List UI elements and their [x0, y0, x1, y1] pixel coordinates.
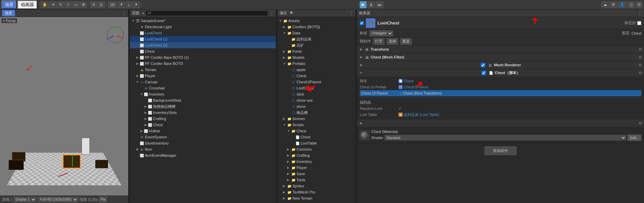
hierarchy-invslots[interactable]: ▶ ⬜ InventorySlots: [130, 109, 276, 116]
proj-stone-axe[interactable]: ▶ ⬡ stone axe: [277, 97, 355, 103]
proj-player-folder[interactable]: ▶ 📁 Player: [277, 165, 355, 171]
meshfilter-expand[interactable]: ▶: [359, 55, 363, 59]
proj-loottable[interactable]: ▶ 📁 战利品表: [277, 36, 355, 42]
hierarchy-lootchest-2[interactable]: ▶ ⬜ LootChest (2): [130, 42, 276, 48]
anim-tab[interactable]: 动画器: [17, 0, 37, 9]
audio-btn[interactable]: ♪: [126, 1, 132, 8]
proj-loottable-cs[interactable]: ▶ 📄 LootTable: [277, 140, 355, 146]
rect-tool[interactable]: ▭: [72, 1, 80, 8]
proj-new-terrain[interactable]: ▶ 📁 New Terrain: [277, 195, 355, 201]
play-btn[interactable]: ▶: [360, 1, 367, 8]
hierarchy-menu-btn[interactable]: ⋮: [269, 11, 274, 16]
scene-canvas[interactable]: ↓ < Persp Y X Z: [0, 17, 128, 196]
proj-packages[interactable]: ▼ 📁 Packages: [277, 201, 355, 203]
proj-scripts[interactable]: ▼ 📁 Scripts: [277, 122, 355, 128]
proj-stone[interactable]: ▶ ⬡ stone: [277, 103, 355, 109]
transform-settings[interactable]: ⚙: [639, 47, 642, 52]
lighting-btn[interactable]: ☀: [118, 1, 125, 8]
services-btn[interactable]: ⚙: [610, 1, 617, 8]
project-menu-btn[interactable]: ⋮: [349, 11, 353, 16]
hierarchy-pf2[interactable]: ▶ ⬜ PF Conifer Bare BOTD: [130, 61, 276, 67]
proj-models[interactable]: ▶ 📁 Models: [277, 54, 355, 61]
hierarchy-add-btn[interactable]: +: [142, 11, 144, 15]
proj-crafting[interactable]: ▶ 📁 Crafting: [277, 152, 355, 158]
pause-btn[interactable]: ⏸: [367, 1, 375, 8]
chestscript-settings[interactable]: ⚙: [639, 71, 642, 75]
hierarchy-lootchest[interactable]: ▶ ⬜ LootChest: [130, 30, 276, 36]
meshrenderer-checkbox[interactable]: [481, 63, 485, 67]
proj-apple[interactable]: ▶ ⬡ apple: [277, 67, 355, 73]
scene-expand-arrow[interactable]: ▼: [131, 19, 135, 23]
scene-panel-tab[interactable]: 场景: [2, 10, 15, 16]
material-settings[interactable]: ⚙: [639, 121, 642, 125]
effects-btn[interactable]: ✦: [133, 1, 140, 8]
static-checkbox[interactable]: [637, 21, 641, 25]
play-bottom-btn[interactable]: Pla: [99, 196, 107, 203]
hierarchy-hotbar[interactable]: ▶ ⬜ Hotbar: [130, 128, 276, 134]
step-btn[interactable]: ⏭: [376, 1, 384, 8]
layers-btn[interactable]: ◫: [627, 1, 635, 8]
proj-chest-scripts[interactable]: ▼ 📁 Chest: [277, 128, 355, 134]
rotate-tool[interactable]: ↻: [57, 1, 64, 8]
meshrenderer-expand[interactable]: ▶: [359, 63, 363, 67]
project-search-icon[interactable]: 🔍: [290, 11, 294, 15]
proj-rocks[interactable]: ▶ 📁 石矿: [277, 42, 355, 48]
inventory-expand-arrow[interactable]: ▼: [139, 92, 143, 96]
scene-panel-menu[interactable]: ⋮: [122, 11, 126, 16]
hierarchy-eventsystem[interactable]: ▶ ⚙ EventSystem: [130, 134, 276, 140]
proj-item-slot[interactable]: ▶ ⬡ 物品槽: [277, 109, 355, 116]
scripts-arrow[interactable]: ▼: [283, 123, 287, 126]
obj-active-checkbox[interactable]: [360, 21, 364, 25]
hierarchy-lootchest-1[interactable]: ▶ ⬜ LootChest (1): [130, 36, 276, 42]
chestscripts-arrow[interactable]: ▼: [287, 129, 291, 133]
hierarchy-bgslots[interactable]: ▶ ⬜ BackgroundSlots: [130, 97, 276, 103]
hierarchy-search[interactable]: [146, 11, 268, 16]
hierarchy-terrain[interactable]: ▶ ⛰ Terrain: [130, 67, 276, 73]
material-header[interactable]: ▶ ⚙: [357, 119, 644, 127]
proj-inventory[interactable]: ▶ 📁 Inventory: [277, 158, 355, 165]
proj-scenes[interactable]: ▶ 📁 Scenes: [277, 116, 355, 122]
proj-stick[interactable]: ▶ ⬡ stick: [277, 91, 355, 97]
proj-data[interactable]: ▼ 📁 Data: [277, 30, 355, 36]
hierarchy-pf1[interactable]: ▶ ⬜ PF Conifer Bare BOTD (1): [130, 54, 276, 61]
scale-tool[interactable]: ⤢: [65, 1, 72, 8]
hierarchy-item[interactable]: ▶ ◈ Item: [130, 146, 276, 152]
scene-root-item[interactable]: ▼ 🎬 SampleScene*: [130, 18, 276, 24]
proj-assets[interactable]: ▼ 📁 Assets: [277, 18, 355, 24]
hierarchy-player[interactable]: ▶ ⬜ Player: [130, 73, 276, 79]
proj-prefabs[interactable]: ▼ 📁 Prefabs: [277, 61, 355, 67]
shader-edit-btn[interactable]: Edit...: [628, 135, 641, 141]
proj-common[interactable]: ▶ 📁 Common: [277, 146, 355, 152]
prefab-open-btn[interactable]: 打开: [373, 38, 385, 45]
prefab-select-btn[interactable]: 选择: [387, 38, 398, 45]
meshfilter-header[interactable]: ▶ ▦ Chest (Mesh Filter) ⚙: [357, 53, 644, 61]
tag-select[interactable]: Untagged: [369, 30, 393, 36]
chestscript-header[interactable]: ▼ 📄 Chest（脚本） ⚙: [357, 69, 644, 77]
hand-tool[interactable]: ✋: [40, 1, 49, 8]
proj-lootchest-prefab[interactable]: ▶ ⬡ LootChest: [277, 85, 355, 91]
data-arrow[interactable]: ▼: [283, 31, 287, 35]
global-btn[interactable]: ◎: [98, 1, 105, 8]
add-component-btn[interactable]: 添加组件: [485, 147, 516, 155]
hierarchy-crosshair[interactable]: ▶ ⊕ Crosshair: [130, 85, 276, 91]
chestscript-checkbox[interactable]: [481, 71, 486, 75]
meshrenderer-header[interactable]: ▶ ▧ Mesh Renderer ⚙: [357, 61, 644, 69]
proj-sprites[interactable]: ▶ 📁 Sprites: [277, 183, 355, 189]
hierarchy-chest[interactable]: ▶ ⬜ Chest: [130, 48, 276, 54]
hierarchy-directional-light[interactable]: ▶ ☀ Directional Light: [130, 24, 276, 30]
hierarchy-saveinventory[interactable]: ▶ ⬜ SaveInventory: [130, 140, 276, 146]
hierarchy-crafting[interactable]: ▶ ⬜ Crafting: [130, 116, 276, 122]
proj-save[interactable]: ▶ 📁 Save: [277, 171, 355, 177]
meshfilter-settings[interactable]: ⚙: [639, 55, 642, 60]
hierarchy-canvas[interactable]: ▼ ▭ Canvas: [130, 79, 276, 85]
conifers-arrow[interactable]: ▶: [283, 25, 287, 29]
hierarchy-itemeventmgr[interactable]: ▶ ⬜ ItemEventManager: [130, 152, 276, 158]
hierarchy-dragslots[interactable]: ▶ ⬜ 拖拽物品槽槽: [130, 103, 276, 109]
material-expand[interactable]: ▶: [359, 121, 363, 125]
account-btn[interactable]: 👤: [618, 1, 627, 8]
pivot-btn[interactable]: ⊙: [90, 1, 97, 8]
prefab-override-btn[interactable]: 覆盖: [400, 38, 412, 45]
assets-arrow[interactable]: ▼: [279, 19, 283, 22]
transform-expand[interactable]: ▶: [359, 47, 363, 51]
prefabs-arrow[interactable]: ▼: [283, 62, 287, 65]
